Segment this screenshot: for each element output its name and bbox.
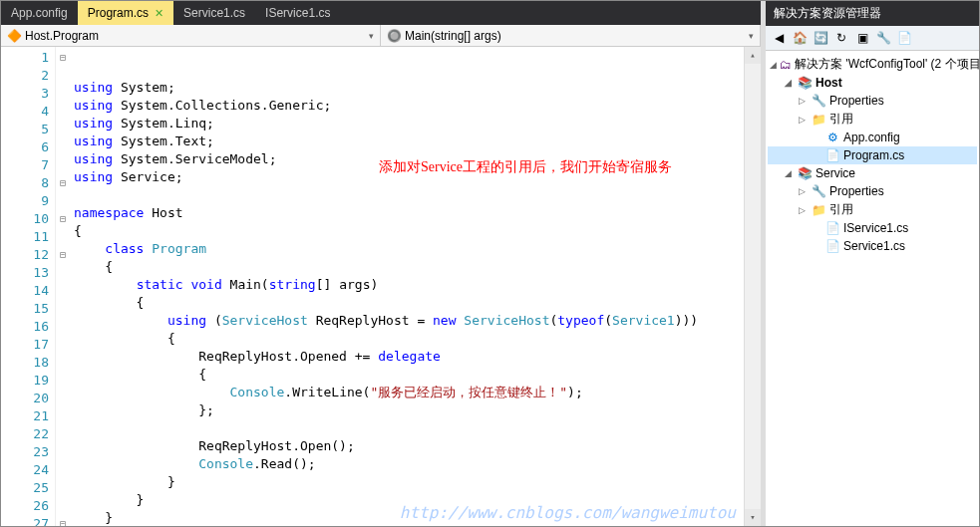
- chevron-down-icon: ▾: [369, 31, 374, 41]
- scroll-down-button[interactable]: ▾: [745, 509, 761, 526]
- document-tab[interactable]: Service1.cs: [173, 1, 255, 25]
- code-line[interactable]: Console.WriteLine("服务已经启动，按任意键终止！");: [74, 384, 740, 401]
- line-number: 27: [1, 515, 55, 526]
- tree-toggle[interactable]: ▷: [796, 186, 808, 196]
- fold-toggle: [56, 282, 70, 300]
- code-line[interactable]: }: [74, 473, 740, 491]
- tree-toggle[interactable]: ◢: [770, 60, 777, 70]
- solution-tree: ◢ 🗂 解决方案 'WcfConfigTool' (2 个项目) ◢📚Host▷…: [766, 51, 979, 526]
- tree-node[interactable]: ◢📚Service: [768, 164, 977, 182]
- code-line[interactable]: [74, 186, 740, 204]
- tree-node[interactable]: ⚙App.config: [768, 129, 977, 146]
- code-line[interactable]: {: [74, 258, 740, 276]
- code-line[interactable]: static void Main(string[] args): [74, 276, 740, 294]
- fold-toggle[interactable]: ⊟: [56, 49, 70, 67]
- tree-label: IService1.cs: [843, 221, 908, 235]
- fold-toggle: [56, 121, 70, 138]
- fold-toggle[interactable]: ⊟: [56, 515, 70, 526]
- fold-toggle: [56, 228, 70, 246]
- code-line[interactable]: using System.Collections.Generic;: [74, 97, 740, 115]
- panel-title: 解决方案资源管理器: [766, 1, 979, 26]
- tree-label: Program.cs: [843, 148, 904, 162]
- code-line[interactable]: using System;: [74, 79, 740, 97]
- tree-node[interactable]: ▷📁引用: [768, 200, 977, 219]
- fold-toggle: [56, 318, 70, 336]
- tree-node[interactable]: ▷📁引用: [768, 110, 977, 129]
- breadcrumb-method[interactable]: 🔘 Main(string[] args) ▾: [381, 25, 761, 46]
- line-number: 15: [1, 300, 55, 318]
- tab-label: Service1.cs: [183, 6, 245, 20]
- document-tab[interactable]: App.config: [1, 1, 78, 25]
- tree-node[interactable]: ▷🔧Properties: [768, 92, 977, 110]
- tree-node[interactable]: 📄Program.cs: [768, 146, 977, 164]
- code-line[interactable]: using System.Linq;: [74, 115, 740, 132]
- home-button[interactable]: 🏠: [791, 29, 809, 47]
- document-tab[interactable]: IService1.cs: [255, 1, 340, 25]
- back-button[interactable]: ◀: [770, 29, 788, 47]
- tree-node[interactable]: 📄IService1.cs: [768, 219, 977, 237]
- breadcrumb-class[interactable]: 🔶 Host.Program ▾: [1, 25, 381, 46]
- code-line[interactable]: }: [74, 509, 740, 526]
- tree-node[interactable]: 📄Service1.cs: [768, 237, 977, 255]
- solution-node[interactable]: ◢ 🗂 解决方案 'WcfConfigTool' (2 个项目): [768, 55, 977, 74]
- collapse-button[interactable]: ▣: [853, 29, 871, 47]
- properties-button[interactable]: 🔧: [874, 29, 892, 47]
- show-all-button[interactable]: 📄: [895, 29, 913, 47]
- line-number: 17: [1, 336, 55, 354]
- scroll-up-button[interactable]: ▴: [745, 47, 761, 64]
- cs-icon: 📄: [824, 238, 840, 254]
- tree-node[interactable]: ▷🔧Properties: [768, 182, 977, 200]
- code-line[interactable]: {: [74, 294, 740, 312]
- tree-toggle[interactable]: ▷: [796, 115, 808, 125]
- code-line[interactable]: class Program: [74, 240, 740, 258]
- tree-toggle[interactable]: ▷: [796, 96, 808, 106]
- tree-node[interactable]: ◢📚Host: [768, 74, 977, 92]
- line-number: 16: [1, 318, 55, 336]
- line-number: 5: [1, 121, 55, 138]
- fold-toggle: [56, 407, 70, 425]
- tree-toggle[interactable]: ◢: [782, 78, 794, 88]
- code-line[interactable]: {: [74, 366, 740, 384]
- code-line[interactable]: namespace Host: [74, 204, 740, 222]
- ref-icon: 📁: [811, 202, 826, 218]
- line-number: 9: [1, 192, 55, 210]
- code-line[interactable]: };: [74, 401, 740, 419]
- code-line[interactable]: using System.Text;: [74, 132, 740, 150]
- tree-label: Service1.cs: [843, 239, 905, 253]
- fold-column[interactable]: ⊟⊟⊟⊟⊟: [56, 47, 70, 526]
- tree-label: 引用: [829, 111, 853, 128]
- code-line[interactable]: using (ServiceHost ReqReplyHost = new Se…: [74, 312, 740, 330]
- line-number: 13: [1, 264, 55, 282]
- class-icon: 🔶: [7, 29, 21, 43]
- code-content[interactable]: using System;using System.Collections.Ge…: [70, 47, 744, 526]
- editor-area: App.configProgram.cs✕Service1.csIService…: [1, 1, 761, 526]
- code-line[interactable]: ReqReplyHost.Opened += delegate: [74, 348, 740, 366]
- tree-toggle[interactable]: ▷: [796, 205, 808, 215]
- refresh-button[interactable]: ↻: [832, 29, 850, 47]
- code-line[interactable]: Console.Read();: [74, 455, 740, 473]
- line-number: 26: [1, 497, 55, 515]
- line-number: 14: [1, 282, 55, 300]
- code-line[interactable]: [74, 419, 740, 437]
- code-line[interactable]: ReqReplyHost.Open();: [74, 437, 740, 455]
- code-line[interactable]: {: [74, 330, 740, 348]
- sync-button[interactable]: 🔄: [812, 29, 829, 47]
- line-number: 3: [1, 85, 55, 103]
- code-editor[interactable]: 1234567891011121314151617181920212223242…: [1, 47, 761, 526]
- fold-toggle[interactable]: ⊟: [56, 210, 70, 228]
- close-icon[interactable]: ✕: [155, 7, 163, 20]
- fold-toggle[interactable]: ⊟: [56, 174, 70, 192]
- document-tab[interactable]: Program.cs✕: [78, 1, 173, 25]
- fold-toggle[interactable]: ⊟: [56, 246, 70, 264]
- tab-label: IService1.cs: [265, 6, 330, 20]
- code-line[interactable]: {: [74, 222, 740, 240]
- line-number: 10: [1, 210, 55, 228]
- line-number: 24: [1, 461, 55, 479]
- line-number: 11: [1, 228, 55, 246]
- tree-toggle[interactable]: ◢: [782, 168, 794, 178]
- code-line[interactable]: }: [74, 491, 740, 509]
- vertical-scrollbar[interactable]: ▴ ▾: [744, 47, 761, 526]
- config-icon: ⚙: [824, 130, 840, 145]
- line-number: 23: [1, 443, 55, 461]
- document-tabs: App.configProgram.cs✕Service1.csIService…: [1, 1, 761, 25]
